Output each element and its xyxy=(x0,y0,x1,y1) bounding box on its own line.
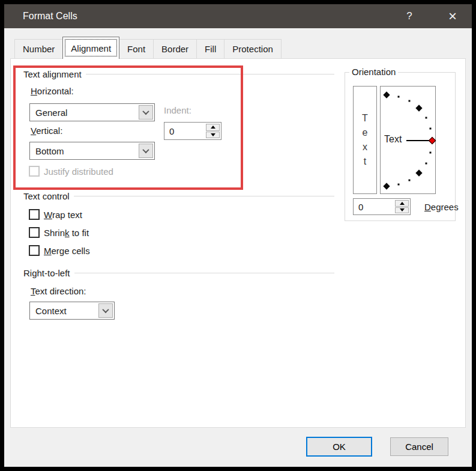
tab-alignment[interactable]: Alignment xyxy=(62,37,119,59)
chevron-down-icon xyxy=(142,147,149,153)
right-to-left-title: Right-to-left xyxy=(23,268,74,278)
screenshot-frame: Format Cells ? × NumberAlignmentFontBord… xyxy=(0,0,476,471)
dial-mark-60deg[interactable] xyxy=(409,100,411,102)
text-alignment-title: Text alignment xyxy=(23,69,86,79)
dial-mark-15deg[interactable] xyxy=(430,128,432,130)
text-control-title: Text control xyxy=(23,191,74,201)
degrees-spinner[interactable]: 0 xyxy=(353,198,411,215)
dial-text-label: Text xyxy=(384,134,402,145)
degrees-increment-button[interactable] xyxy=(395,200,409,207)
dial-mark--15deg[interactable] xyxy=(430,151,432,153)
vertical-selected-value: Bottom xyxy=(35,142,64,159)
indent-increment-button xyxy=(206,124,220,131)
close-icon: × xyxy=(448,8,457,25)
tab-number[interactable]: Number xyxy=(14,39,63,58)
tab-strip: NumberAlignmentFontBorderFillProtection xyxy=(15,36,282,58)
horizontal-selected-value: General xyxy=(35,104,67,121)
text-direction-select[interactable]: Context xyxy=(29,302,115,320)
vertical-text-orientation-option[interactable]: T e x t xyxy=(353,86,377,194)
dial-mark--30deg[interactable] xyxy=(425,163,427,165)
wrap-text-label: Wrap text xyxy=(44,210,82,220)
text-alignment-section-header: Text alignment xyxy=(23,68,334,79)
arrow-down-icon xyxy=(400,208,405,211)
vertical-text-letter: t xyxy=(364,154,366,169)
degrees-spin-buttons xyxy=(395,200,409,213)
arrow-down-icon xyxy=(211,133,215,136)
degrees-label: Degrees xyxy=(424,202,459,212)
tab-border[interactable]: Border xyxy=(153,39,197,58)
vertical-text-letter: e xyxy=(363,126,368,140)
right-to-left-section-header: Right-to-left xyxy=(23,267,334,278)
dial-mark--75deg[interactable] xyxy=(397,184,399,186)
close-button[interactable]: × xyxy=(440,4,465,28)
indent-spinner: 0 xyxy=(164,122,221,140)
vertical-label: Vertical: xyxy=(31,126,62,136)
vertical-dropdown-button[interactable] xyxy=(139,144,153,158)
shrink-to-fit-checkbox[interactable] xyxy=(29,227,40,238)
orientation-title: Orientation xyxy=(349,67,398,77)
text-control-section-header: Text control xyxy=(23,190,334,201)
cancel-button[interactable]: Cancel xyxy=(390,437,448,456)
chevron-down-icon xyxy=(102,306,109,313)
text-direction-selected-value: Context xyxy=(35,302,67,319)
dial-mark-45deg[interactable] xyxy=(415,105,422,112)
orientation-dial[interactable]: Text xyxy=(380,86,436,194)
degrees-value: 0 xyxy=(358,199,363,214)
horizontal-select[interactable]: General xyxy=(29,103,155,121)
dial-mark-90deg[interactable] xyxy=(383,91,390,98)
dial-mark-75deg[interactable] xyxy=(397,96,399,97)
vertical-text-letter: T xyxy=(362,111,368,126)
divider xyxy=(86,74,334,74)
chevron-down-icon xyxy=(142,108,149,115)
text-direction-label: Text direction: xyxy=(31,286,86,296)
justify-distributed-checkbox xyxy=(29,166,40,177)
degrees-decrement-button[interactable] xyxy=(395,207,409,214)
vertical-select[interactable]: Bottom xyxy=(29,142,155,160)
merge-cells-label: Merge cells xyxy=(44,246,90,256)
dial-mark-0deg[interactable] xyxy=(429,137,436,145)
window-title: Format Cells xyxy=(23,4,77,28)
help-icon: ? xyxy=(406,10,412,22)
orientation-group: Orientation T e x t Text 0 xyxy=(345,72,456,221)
alignment-tab-page: Text alignment Horizontal: General Inden… xyxy=(10,58,466,428)
divider xyxy=(74,196,334,196)
tab-font[interactable]: Font xyxy=(119,39,154,58)
dial-mark--45deg[interactable] xyxy=(415,169,422,176)
merge-cells-checkbox[interactable] xyxy=(29,245,40,256)
titlebar[interactable]: Format Cells ? × xyxy=(4,4,472,28)
help-button[interactable]: ? xyxy=(397,4,422,28)
text-direction-dropdown-button[interactable] xyxy=(98,303,113,318)
shrink-to-fit-label: Shrink to fit xyxy=(44,228,89,238)
indent-spin-buttons xyxy=(206,124,220,138)
justify-distributed-label: Justify distributed xyxy=(44,166,113,177)
format-cells-dialog: Format Cells ? × NumberAlignmentFontBord… xyxy=(4,4,472,467)
dial-mark--60deg[interactable] xyxy=(409,179,411,181)
arrow-up-icon xyxy=(400,202,405,205)
arrow-up-icon xyxy=(211,126,215,129)
tab-fill[interactable]: Fill xyxy=(196,39,224,58)
dial-pointer-line xyxy=(406,140,430,141)
indent-value: 0 xyxy=(169,123,174,139)
dial-mark-30deg[interactable] xyxy=(425,117,427,119)
wrap-text-checkbox[interactable] xyxy=(29,209,40,220)
horizontal-label: Horizontal: xyxy=(31,86,74,96)
dial-mark--90deg[interactable] xyxy=(383,183,390,189)
ok-button[interactable]: OK xyxy=(306,437,372,457)
tab-protection[interactable]: Protection xyxy=(224,39,282,58)
indent-decrement-button xyxy=(206,132,220,139)
indent-label: Indent: xyxy=(164,105,191,115)
horizontal-dropdown-button[interactable] xyxy=(139,105,153,120)
divider xyxy=(74,273,334,273)
vertical-text-letter: x xyxy=(363,140,367,154)
